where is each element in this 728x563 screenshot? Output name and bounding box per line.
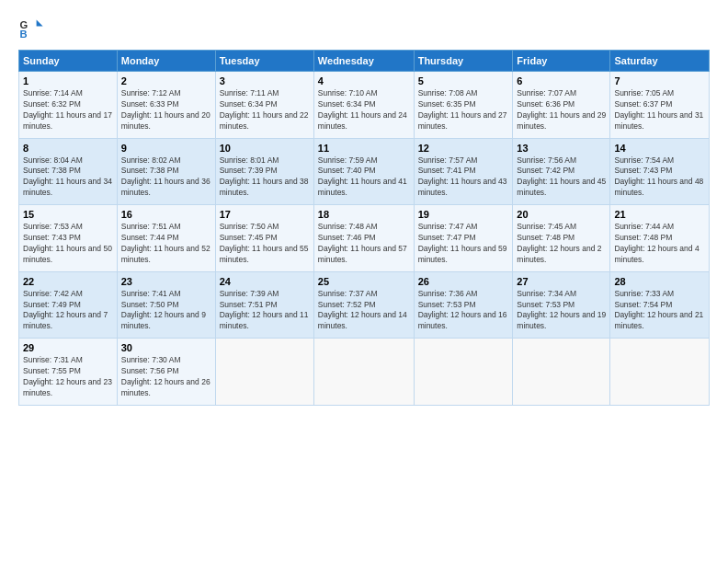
calendar-cell: 1 Sunrise: 7:14 AMSunset: 6:32 PMDayligh… [19,72,118,139]
calendar-cell: 19 Sunrise: 7:47 AMSunset: 7:47 PMDaylig… [414,205,513,272]
calendar-cell: 24 Sunrise: 7:39 AMSunset: 7:51 PMDaylig… [215,271,313,339]
calendar-cell [313,339,414,406]
header-day-saturday: Saturday [610,51,710,72]
calendar-week-row: 29 Sunrise: 7:31 AMSunset: 7:55 PMDaylig… [19,339,710,406]
calendar-cell: 21 Sunrise: 7:44 AMSunset: 7:48 PMDaylig… [610,205,710,272]
day-info: Sunrise: 7:30 AMSunset: 7:56 PMDaylight:… [121,355,211,399]
day-number: 26 [418,276,509,287]
header-day-monday: Monday [117,51,215,72]
calendar-cell: 12 Sunrise: 7:57 AMSunset: 7:41 PMDaylig… [414,138,513,205]
header-day-sunday: Sunday [19,51,118,72]
day-number: 17 [220,209,310,220]
day-info: Sunrise: 7:54 AMSunset: 7:43 PMDaylight:… [614,155,705,200]
calendar-cell [610,339,710,406]
calendar-cell: 16 Sunrise: 7:51 AMSunset: 7:44 PMDaylig… [117,205,215,272]
day-info: Sunrise: 7:51 AMSunset: 7:44 PMDaylight:… [121,222,211,266]
day-info: Sunrise: 7:41 AMSunset: 7:50 PMDaylight:… [121,289,211,333]
calendar-cell: 4 Sunrise: 7:10 AMSunset: 6:34 PMDayligh… [313,72,414,139]
day-number: 5 [418,75,509,86]
day-number: 30 [121,342,211,353]
calendar-cell: 11 Sunrise: 7:59 AMSunset: 7:40 PMDaylig… [313,138,414,205]
day-info: Sunrise: 7:45 AMSunset: 7:48 PMDaylight:… [517,222,606,266]
calendar-cell: 3 Sunrise: 7:11 AMSunset: 6:34 PMDayligh… [215,72,313,139]
logo: G B [18,15,46,40]
calendar-cell: 14 Sunrise: 7:54 AMSunset: 7:43 PMDaylig… [610,138,710,205]
day-info: Sunrise: 8:04 AMSunset: 7:38 PMDaylight:… [23,155,113,200]
calendar-cell: 23 Sunrise: 7:41 AMSunset: 7:50 PMDaylig… [117,271,215,339]
day-number: 4 [318,75,410,86]
day-number: 22 [23,276,113,287]
calendar-cell: 22 Sunrise: 7:42 AMSunset: 7:49 PMDaylig… [19,271,118,339]
day-info: Sunrise: 7:14 AMSunset: 6:32 PMDaylight:… [23,88,113,132]
calendar-cell: 25 Sunrise: 7:37 AMSunset: 7:52 PMDaylig… [313,271,414,339]
day-info: Sunrise: 7:44 AMSunset: 7:48 PMDaylight:… [614,222,705,266]
day-number: 19 [418,209,509,220]
day-info: Sunrise: 7:08 AMSunset: 6:35 PMDaylight:… [418,88,509,132]
day-info: Sunrise: 7:42 AMSunset: 7:49 PMDaylight:… [23,289,113,333]
header-day-tuesday: Tuesday [215,51,313,72]
day-info: Sunrise: 7:37 AMSunset: 7:52 PMDaylight:… [318,289,410,333]
day-info: Sunrise: 7:12 AMSunset: 6:33 PMDaylight:… [121,88,211,132]
day-info: Sunrise: 7:39 AMSunset: 7:51 PMDaylight:… [220,289,310,333]
day-info: Sunrise: 7:36 AMSunset: 7:53 PMDaylight:… [418,289,509,333]
calendar-week-row: 22 Sunrise: 7:42 AMSunset: 7:49 PMDaylig… [19,271,710,339]
calendar-cell: 5 Sunrise: 7:08 AMSunset: 6:35 PMDayligh… [414,72,513,139]
calendar-cell: 17 Sunrise: 7:50 AMSunset: 7:45 PMDaylig… [215,205,313,272]
day-info: Sunrise: 7:56 AMSunset: 7:42 PMDaylight:… [517,155,606,200]
calendar-cell: 6 Sunrise: 7:07 AMSunset: 6:36 PMDayligh… [513,72,610,139]
calendar-cell: 13 Sunrise: 7:56 AMSunset: 7:42 PMDaylig… [513,138,610,205]
day-info: Sunrise: 7:05 AMSunset: 6:37 PMDaylight:… [614,88,705,132]
calendar-body: 1 Sunrise: 7:14 AMSunset: 6:32 PMDayligh… [19,72,710,406]
header-day-friday: Friday [513,51,610,72]
calendar-cell [414,339,513,406]
calendar-week-row: 1 Sunrise: 7:14 AMSunset: 6:32 PMDayligh… [19,72,710,139]
day-number: 2 [121,75,211,86]
day-number: 15 [23,209,113,220]
calendar-cell [215,339,313,406]
day-number: 28 [614,276,705,287]
svg-text:B: B [19,29,27,40]
calendar-cell: 29 Sunrise: 7:31 AMSunset: 7:55 PMDaylig… [19,339,118,406]
day-number: 20 [517,209,606,220]
day-info: Sunrise: 7:33 AMSunset: 7:54 PMDaylight:… [614,289,705,333]
day-number: 1 [23,75,113,86]
day-info: Sunrise: 7:31 AMSunset: 7:55 PMDaylight:… [23,355,113,399]
day-number: 21 [614,209,705,220]
page-header: G B [18,15,710,40]
calendar-cell: 10 Sunrise: 8:01 AMSunset: 7:39 PMDaylig… [215,138,313,205]
calendar-cell: 18 Sunrise: 7:48 AMSunset: 7:46 PMDaylig… [313,205,414,272]
calendar-cell: 28 Sunrise: 7:33 AMSunset: 7:54 PMDaylig… [610,271,710,339]
calendar-cell: 9 Sunrise: 8:02 AMSunset: 7:38 PMDayligh… [117,138,215,205]
calendar-cell: 30 Sunrise: 7:30 AMSunset: 7:56 PMDaylig… [117,339,215,406]
day-info: Sunrise: 7:48 AMSunset: 7:46 PMDaylight:… [318,222,410,266]
calendar-week-row: 15 Sunrise: 7:53 AMSunset: 7:43 PMDaylig… [19,205,710,272]
day-info: Sunrise: 8:02 AMSunset: 7:38 PMDaylight:… [121,155,211,200]
calendar-cell: 8 Sunrise: 8:04 AMSunset: 7:38 PMDayligh… [19,138,118,205]
day-info: Sunrise: 7:57 AMSunset: 7:41 PMDaylight:… [418,155,509,200]
svg-marker-1 [37,20,43,27]
calendar-cell: 2 Sunrise: 7:12 AMSunset: 6:33 PMDayligh… [117,72,215,139]
day-number: 16 [121,209,211,220]
header-day-wednesday: Wednesday [313,51,414,72]
day-number: 25 [318,276,410,287]
day-number: 24 [220,276,310,287]
day-info: Sunrise: 7:53 AMSunset: 7:43 PMDaylight:… [23,222,113,266]
calendar-cell: 26 Sunrise: 7:36 AMSunset: 7:53 PMDaylig… [414,271,513,339]
day-number: 8 [23,143,113,154]
day-info: Sunrise: 7:34 AMSunset: 7:53 PMDaylight:… [517,289,606,333]
day-number: 13 [517,143,606,154]
day-number: 27 [517,276,606,287]
day-number: 9 [121,143,211,154]
day-number: 23 [121,276,211,287]
day-number: 10 [220,143,310,154]
day-info: Sunrise: 7:10 AMSunset: 6:34 PMDaylight:… [318,88,410,132]
day-number: 18 [318,209,410,220]
day-number: 3 [220,75,310,86]
day-info: Sunrise: 7:47 AMSunset: 7:47 PMDaylight:… [418,222,509,266]
calendar-cell: 27 Sunrise: 7:34 AMSunset: 7:53 PMDaylig… [513,271,610,339]
day-info: Sunrise: 8:01 AMSunset: 7:39 PMDaylight:… [220,155,310,200]
day-number: 7 [614,75,705,86]
day-info: Sunrise: 7:50 AMSunset: 7:45 PMDaylight:… [220,222,310,266]
day-number: 14 [614,143,705,154]
day-number: 29 [23,342,113,353]
